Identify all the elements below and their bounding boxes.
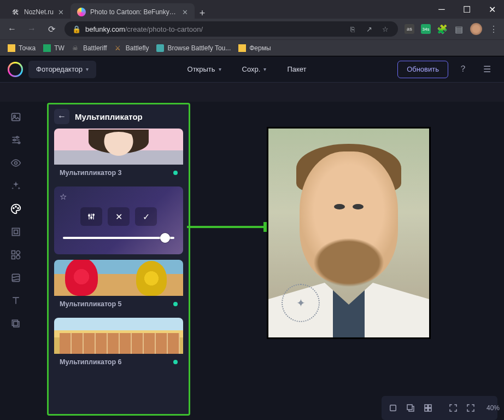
save-label: Сохр. <box>242 65 261 73</box>
tab-noznet[interactable]: 🛠 NozNet.ru ✕ <box>4 3 71 21</box>
upgrade-button[interactable]: Обновить <box>397 61 448 78</box>
bookmark-battlefly[interactable]: ⚔Battlefly <box>115 44 149 52</box>
back-button[interactable]: ← <box>54 109 69 124</box>
menu-icon[interactable]: ⋮ <box>489 24 499 34</box>
tab-title: NozNet.ru <box>24 8 54 16</box>
sliders-tool-icon[interactable] <box>5 130 26 150</box>
bookmark-battleriff[interactable]: ☠Battleriff <box>72 44 107 52</box>
hamburger-menu-icon[interactable]: ☰ <box>478 61 496 78</box>
skull-icon: ☠ <box>72 44 80 52</box>
effects-panel: ← Мультипликатор Мультипликатор 3 ☆ ✕ ✓ … <box>47 103 190 416</box>
plus-indicator-icon <box>173 360 178 364</box>
app-header: Фоторедактор▾ Открыть▾ Сохр.▾ Пакет Обно… <box>0 56 504 83</box>
address-bar[interactable]: 🔒 befunky.com/create/photo-to-cartoon/ ⎘… <box>65 21 398 37</box>
chevron-down-icon: ▾ <box>219 66 221 72</box>
bookmark-tochka[interactable]: Точка <box>8 44 36 52</box>
close-icon[interactable]: ✕ <box>182 8 188 16</box>
effects-list: Мультипликатор 3 ☆ ✕ ✓ Мультипликатор 5 … <box>49 129 189 414</box>
close-window-icon[interactable]: ✕ <box>484 2 500 17</box>
help-icon[interactable]: ？ <box>454 61 472 78</box>
ext-badge-icon[interactable]: 34s <box>421 24 431 34</box>
fit-screen-icon[interactable] <box>448 400 458 416</box>
maximize-icon[interactable]: ☐ <box>459 2 474 17</box>
slider-handle[interactable] <box>160 233 170 243</box>
save-dropdown[interactable]: Сохр.▾ <box>235 61 274 78</box>
lastfm-ext-icon[interactable]: as <box>405 24 414 34</box>
svg-rect-0 <box>12 113 20 120</box>
tool-rail <box>0 102 32 420</box>
bookmark-fermy[interactable]: Фермы <box>238 44 271 52</box>
effect-cartoonizer-6[interactable]: Мультипликатор 6 <box>54 318 183 370</box>
bookmark-label: TW <box>54 44 65 52</box>
text-tool-icon[interactable] <box>5 291 26 311</box>
extensions-icon[interactable]: 🧩 <box>437 24 447 34</box>
crop-icon[interactable] <box>388 400 398 416</box>
eye-tool-icon[interactable] <box>5 153 26 173</box>
minimize-icon[interactable]: ─ <box>434 2 449 17</box>
svg-rect-11 <box>12 251 15 254</box>
befunky-logo-icon[interactable] <box>8 62 23 77</box>
canvas-image[interactable] <box>267 127 431 339</box>
forward-icon: → <box>25 22 38 36</box>
profile-avatar[interactable] <box>470 23 482 35</box>
star-icon[interactable]: ☆ <box>380 24 390 34</box>
effect-name: Мультипликатор 5 <box>60 300 122 308</box>
actual-size-icon[interactable] <box>466 400 476 416</box>
folder-icon <box>238 44 246 52</box>
editor-dropdown[interactable]: Фоторедактор▾ <box>28 61 96 78</box>
svg-rect-10 <box>14 230 18 234</box>
close-icon[interactable]: ✕ <box>58 8 64 16</box>
share-icon[interactable]: ↗ <box>364 24 374 34</box>
bookmark-battlefy[interactable]: Browse Battlefy Tou... <box>156 44 231 52</box>
address-actions: ⎘ ↗ ☆ <box>348 24 390 34</box>
svg-point-2 <box>16 136 18 138</box>
effect-thumbnail <box>54 318 183 354</box>
apply-button[interactable]: ✓ <box>135 207 157 226</box>
favorite-icon[interactable]: ☆ <box>60 192 178 202</box>
image-tool-icon[interactable] <box>5 107 26 127</box>
svg-point-12 <box>16 251 20 255</box>
tab-title: Photo to Cartoon: BeFunky - Cart <box>90 8 178 16</box>
reload-icon[interactable]: ⟳ <box>45 22 58 36</box>
effect-cartoonizer-5[interactable]: Мультипликатор 5 <box>54 260 183 312</box>
install-app-icon[interactable]: ⎘ <box>348 24 358 34</box>
url-path: /create/photo-to-cartoon/ <box>125 25 203 33</box>
tab-befunky[interactable]: Photo to Cartoon: BeFunky - Cart ✕ <box>71 3 195 21</box>
frame-tool-icon[interactable] <box>5 222 26 242</box>
svg-rect-13 <box>12 256 15 259</box>
layers-tool-icon[interactable] <box>5 314 26 334</box>
intensity-slider[interactable] <box>63 237 174 239</box>
svg-point-18 <box>89 215 90 217</box>
sparkle-tool-icon[interactable] <box>5 176 26 196</box>
back-icon[interactable]: ← <box>5 22 19 36</box>
grid-icon[interactable] <box>423 400 433 416</box>
cancel-button[interactable]: ✕ <box>108 207 130 226</box>
svg-rect-23 <box>407 405 412 410</box>
svg-point-5 <box>15 162 17 165</box>
plus-indicator-icon <box>173 171 178 175</box>
svg-rect-16 <box>14 322 19 327</box>
open-dropdown[interactable]: Открыть▾ <box>180 61 229 78</box>
folder-icon <box>8 44 15 52</box>
effect-cartoonizer-3[interactable]: Мультипликатор 3 <box>54 129 183 181</box>
panel-header: ← Мультипликатор <box>49 104 189 129</box>
artsy-tool-icon[interactable] <box>5 199 26 219</box>
svg-point-8 <box>17 208 19 209</box>
bookmark-label: Battlefly <box>126 44 149 52</box>
shapes-tool-icon[interactable] <box>5 245 26 265</box>
reader-icon[interactable]: ▤ <box>454 24 464 34</box>
address-row: ← → ⟳ 🔒 befunky.com/create/photo-to-cart… <box>0 19 504 39</box>
new-tab-button[interactable]: + <box>195 5 210 21</box>
flame-icon: ⚔ <box>115 44 122 52</box>
settings-button[interactable] <box>80 207 102 226</box>
batch-button[interactable]: Пакет <box>279 61 314 78</box>
texture-tool-icon[interactable] <box>5 268 26 288</box>
sheet-icon <box>43 44 51 52</box>
lock-icon: 🔒 <box>72 25 81 33</box>
svg-rect-26 <box>425 409 427 411</box>
transform-icon[interactable] <box>406 400 415 416</box>
zoom-value[interactable]: 40% <box>483 404 503 412</box>
panel-title: Мультипликатор <box>75 112 143 121</box>
bottom-toolbar: 40% <box>382 396 497 420</box>
bookmark-tw[interactable]: TW <box>43 44 65 52</box>
